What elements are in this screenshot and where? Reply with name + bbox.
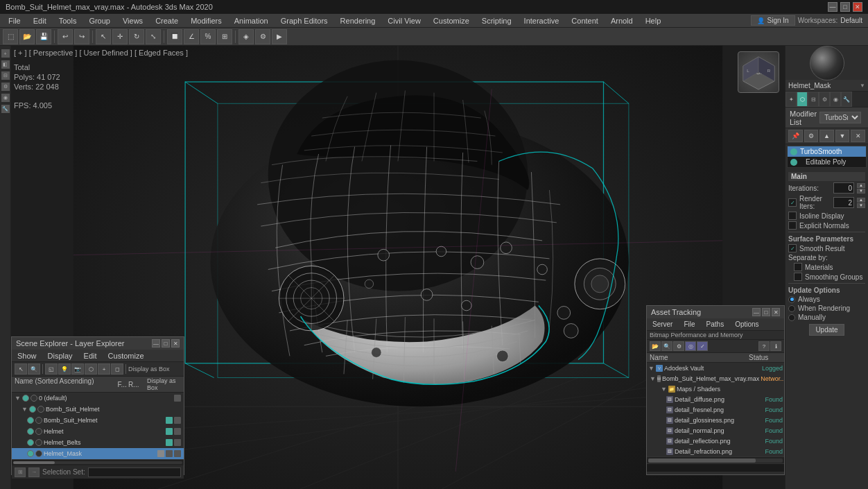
render-iters-input[interactable] [833, 197, 854, 208]
se-item-helmet-belts[interactable]: Helmet_Belts [12, 437, 184, 448]
at-menu-paths[interactable]: Paths [701, 320, 730, 329]
bomb-suit-group-visibility[interactable] [29, 406, 36, 413]
bomb-suit-mesh-visibility[interactable] [27, 417, 34, 424]
sidebar-hierarchy-icon[interactable]: ⊟ [1, 71, 10, 80]
at-minimize[interactable]: — [752, 308, 761, 316]
modifier-list-dropdown[interactable]: TurboSmooth [819, 112, 861, 123]
tb-scale[interactable]: ⤡ [146, 29, 161, 44]
close-button[interactable]: ✕ [853, 2, 862, 12]
at-item-reflection[interactable]: 🖼 detail_reflection.png Found [647, 436, 784, 446]
se-tb-helper[interactable]: + [98, 363, 110, 375]
se-minimize[interactable]: — [152, 339, 160, 348]
se-item-helmet[interactable]: Helmet [12, 426, 184, 437]
at-menu-options[interactable]: Options [729, 320, 764, 329]
tab-create[interactable]: ✦ [785, 92, 797, 107]
at-path-input[interactable] [650, 465, 781, 472]
helmet-frozen[interactable] [35, 428, 42, 435]
manually-radio[interactable] [788, 314, 795, 321]
modifier-editable-poly[interactable]: Editable Poly [788, 157, 866, 167]
tab-hierarchy[interactable]: ⊟ [808, 92, 819, 107]
tb-angle-snap[interactable]: ∠ [184, 29, 199, 44]
at-item-diffuse[interactable]: 🖼 Detail_diffuse.png Found [647, 394, 784, 404]
smooth-result-checkbox[interactable]: ✓ [788, 244, 797, 252]
at-item-refraction[interactable]: 🖼 Detail_refraction.png Found [647, 446, 784, 456]
render-iters-up[interactable]: ▲ [857, 198, 865, 203]
se-tb-camera[interactable]: 📷 [71, 363, 84, 375]
sidebar-motion-icon[interactable]: ⚙ [1, 83, 10, 91]
se-tb-layer[interactable]: ◱ [45, 363, 58, 375]
menu-civil-view[interactable]: Civil View [382, 16, 426, 26]
se-footer-icon[interactable]: ⊞ [15, 467, 26, 477]
sidebar-create-icon[interactable]: + [1, 49, 10, 58]
iterations-input[interactable] [833, 182, 854, 194]
menu-arnold[interactable]: Arnold [605, 16, 639, 26]
scene-explorer-scrollbar[interactable] [12, 459, 184, 465]
se-tb-shape[interactable]: ◻ [111, 363, 123, 375]
signin-button[interactable]: 👤 Sign In [751, 15, 795, 26]
se-item-bomb-suit-group[interactable]: ▼ Bomb_Suit_Helmet [12, 404, 184, 415]
se-selection-input[interactable] [88, 467, 181, 477]
navigation-cube[interactable]: TOP L R [738, 51, 779, 93]
se-tb-find[interactable]: 🔍 [28, 363, 40, 375]
render-iters-down[interactable]: ▼ [857, 203, 865, 208]
se-menu-show[interactable]: Show [12, 351, 42, 361]
menu-interactive[interactable]: Interactive [519, 16, 565, 26]
at-tb-btn3[interactable]: ⚙ [673, 341, 684, 351]
tb-save[interactable]: 💾 [36, 29, 51, 44]
at-tb-help[interactable]: ? [758, 341, 770, 351]
menu-file[interactable]: File [3, 16, 26, 26]
helmet-mask-frozen[interactable] [35, 450, 42, 457]
at-menu-server[interactable]: Server [647, 320, 678, 329]
object-name-dropdown-icon[interactable]: ▼ [860, 83, 865, 89]
at-tb-btn1[interactable]: 📂 [650, 341, 661, 351]
at-item-max-file[interactable]: ▼ M Bomb_Suit_Helmet_max_vray.max Networ… [647, 373, 784, 384]
se-footer-arrow[interactable]: → [28, 467, 40, 477]
menu-scripting[interactable]: Scripting [476, 16, 517, 26]
mod-pin[interactable]: 📌 [788, 130, 803, 142]
layer-default-visibility[interactable] [22, 395, 29, 402]
helmet-visibility[interactable] [27, 428, 34, 435]
render-iters-checkbox[interactable]: ✓ [788, 198, 797, 207]
menu-help[interactable]: Help [640, 16, 667, 26]
tb-material[interactable]: ◈ [238, 29, 254, 44]
menu-create[interactable]: Create [150, 16, 184, 26]
tab-motion[interactable]: ⚙ [819, 92, 830, 107]
mod-configure[interactable]: ⚙ [804, 130, 819, 142]
when-rendering-radio[interactable] [788, 305, 795, 312]
menu-views[interactable]: Views [117, 16, 148, 26]
tab-utilities[interactable]: 🔧 [841, 92, 852, 107]
always-radio[interactable] [788, 296, 795, 303]
iterations-up[interactable]: ▲ [857, 183, 865, 188]
materials-checkbox[interactable] [794, 263, 802, 271]
minimize-button[interactable]: — [828, 2, 837, 12]
mod-move-down[interactable]: ▼ [835, 130, 850, 142]
at-tb-btn4[interactable]: ◎ [685, 341, 696, 351]
menu-modifiers[interactable]: Modifiers [185, 16, 227, 26]
tb-move[interactable]: ✛ [112, 29, 128, 44]
se-tb-select[interactable]: ↖ [15, 363, 27, 375]
tb-percent-snap[interactable]: % [200, 29, 216, 44]
menu-rendering[interactable]: Rendering [335, 16, 381, 26]
tb-select[interactable]: ↖ [96, 29, 111, 44]
update-button[interactable]: Update [809, 324, 844, 336]
smoothing-groups-checkbox[interactable] [794, 273, 802, 281]
at-tb-btn2[interactable]: 🔍 [661, 341, 672, 351]
at-menu-file[interactable]: File [678, 320, 700, 329]
helmet-mask-visibility[interactable] [27, 450, 34, 457]
tb-spinner-snap[interactable]: ⊞ [217, 29, 232, 44]
isoline-checkbox[interactable] [788, 212, 797, 220]
at-tb-info[interactable]: ℹ [770, 341, 781, 351]
se-menu-edit[interactable]: Edit [78, 351, 103, 361]
at-scrollbar[interactable] [647, 456, 784, 463]
menu-tools[interactable]: Tools [53, 16, 83, 26]
at-maximize[interactable]: □ [762, 308, 770, 316]
at-item-fresnel[interactable]: 🖼 detail_fresnel.png Found [647, 404, 784, 415]
mod-delete[interactable]: ✕ [851, 130, 865, 142]
at-close[interactable]: ✕ [772, 308, 780, 316]
tab-display[interactable]: ◉ [830, 92, 841, 107]
helmet-belts-frozen[interactable] [35, 439, 42, 446]
sidebar-display-icon[interactable]: ◉ [1, 94, 10, 102]
se-menu-customize[interactable]: Customize [103, 351, 150, 361]
tb-redo[interactable]: ↪ [74, 29, 89, 44]
turbosmooth-visibility[interactable] [790, 148, 797, 155]
